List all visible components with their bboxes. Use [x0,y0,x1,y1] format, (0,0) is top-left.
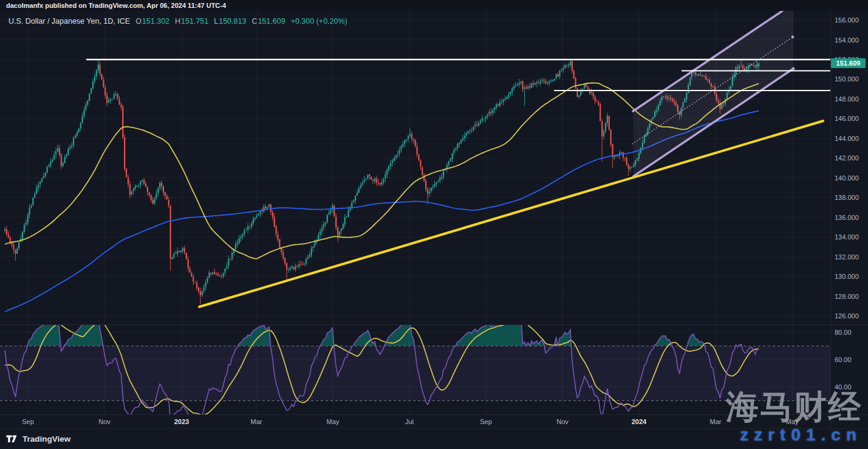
last-price-value: 151.609 [836,60,861,67]
channel-endpoint-dot [792,67,795,70]
footer-bar: TradingView [0,428,868,449]
ohlc-close: C151.609 [251,17,285,26]
price-axis-label: 156.000 [835,16,859,24]
last-price-badge: 151.609 [831,58,866,68]
time-axis-label: Mar [251,418,262,425]
ohlc-low: L150.813 [214,17,246,26]
price-axis-label: 130.000 [835,273,859,280]
price-axis-label: 150.000 [835,75,859,83]
watermark-url: zzrt01.cn [740,425,862,445]
time-axis-label: Sep [22,418,34,425]
price-axis-label: 128.000 [835,293,859,300]
change-value: +0.300 (+0.20%) [291,17,347,26]
time-axis-label: Mar [710,418,722,425]
price-axis-label: 132.000 [835,253,859,261]
price-axis-label: 154.000 [835,36,859,44]
watermark-cjk: 海马财经 [726,389,862,424]
chart-area[interactable]: 156.000154.000152.000150.000148.000146.0… [0,11,868,428]
ohlc-open: O151.302 [135,17,169,26]
time-axis-label: Nov [556,418,569,425]
tradingview-chart-snapshot: dacolmanfx published on TradingView.com,… [0,0,868,449]
time-axis-label: 2023 [174,418,189,425]
time-axis-label: 2024 [632,418,647,425]
publish-text: dacolmanfx published on TradingView.com,… [6,2,226,9]
price-axis-label: 142.000 [835,154,859,162]
rsi-axis-label: 80.00 [835,329,852,336]
time-axis-label: Jul [405,418,414,425]
symbol-title[interactable]: U.S. Dollar / Japanese Yen, 1D, ICE [9,17,130,26]
tradingview-wordmark[interactable]: TradingView [22,434,70,444]
price-axis-label: 134.000 [835,233,859,241]
symbol-legend[interactable]: U.S. Dollar / Japanese Yen, 1D, ICE O151… [6,16,351,26]
rsi-axis-label: 60.00 [835,356,852,363]
time-axis-label: Sep [480,418,492,425]
ohlc-high: H151.751 [175,17,208,26]
price-axis-label: 146.000 [835,115,859,122]
price-axis-label: 138.000 [835,194,859,201]
publish-bar: dacolmanfx published on TradingView.com,… [0,0,868,11]
channel-endpoint-dot [791,36,795,39]
time-axis-label: Nov [98,418,111,425]
price-axis-label: 148.000 [835,95,859,103]
price-axis-label: 126.000 [835,312,859,320]
price-axis-label: 144.000 [835,135,859,142]
price-axis-label: 140.000 [835,174,859,182]
chart-canvas[interactable]: 156.000154.000152.000150.000148.000146.0… [0,11,868,428]
tradingview-logo-icon[interactable] [6,434,18,444]
price-axis-label: 136.000 [835,214,859,221]
time-axis-label: May [327,418,340,425]
